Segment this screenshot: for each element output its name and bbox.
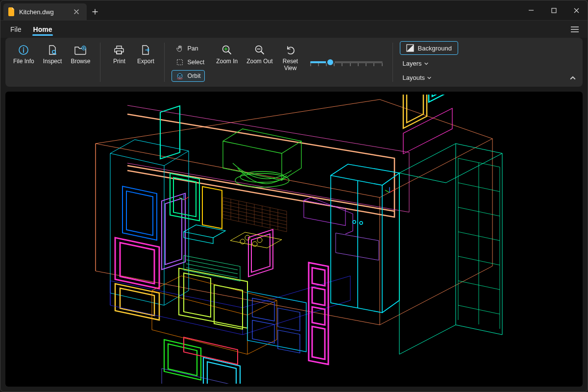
- file-magnify-icon: [46, 44, 59, 56]
- export-button[interactable]: Export: [134, 42, 157, 67]
- svg-rect-26: [251, 234, 270, 272]
- svg-rect-14: [115, 238, 159, 289]
- cad-wireframe-drawing: [37, 95, 551, 384]
- svg-rect-15: [120, 243, 154, 284]
- svg-point-52: [353, 220, 356, 223]
- select-button[interactable]: Select: [172, 56, 208, 68]
- menu-file[interactable]: File: [4, 21, 27, 38]
- layers-dropdown[interactable]: Layers: [400, 58, 432, 69]
- close-icon: [74, 9, 79, 14]
- separator: [100, 43, 100, 82]
- browse-button[interactable]: Browse: [68, 42, 93, 67]
- overflow-menu-button[interactable]: [566, 21, 584, 38]
- svg-point-53: [360, 221, 363, 224]
- ribbon-group-file: File Info Inspect Browse: [10, 42, 93, 83]
- collapse-ribbon-button[interactable]: [568, 73, 578, 83]
- new-tab-button[interactable]: [87, 3, 103, 20]
- layouts-dropdown[interactable]: Layouts: [400, 72, 435, 83]
- svg-rect-13: [160, 106, 180, 159]
- folder-plus-icon: [74, 44, 87, 56]
- file-export-icon: [139, 44, 152, 56]
- info-circle-icon: [17, 44, 30, 56]
- layouts-label: Layouts: [403, 74, 425, 81]
- print-button[interactable]: Print: [107, 42, 131, 67]
- svg-rect-44: [252, 320, 274, 343]
- reset-view-button[interactable]: Reset View: [279, 42, 302, 74]
- contrast-square-icon: [406, 44, 414, 52]
- ribbon-group-zoom: Zoom In Zoom Out Reset View: [213, 42, 302, 83]
- svg-rect-20: [164, 340, 201, 380]
- svg-rect-0: [552, 8, 556, 13]
- reset-view-label: Reset View: [283, 58, 298, 72]
- hand-icon: [175, 44, 184, 53]
- chevron-down-icon: [427, 75, 432, 80]
- plus-icon: [92, 9, 98, 15]
- layers-label: Layers: [403, 60, 422, 67]
- svg-rect-11: [122, 186, 157, 240]
- inspect-button[interactable]: Inspect: [40, 42, 65, 67]
- menu-bar: File Home: [0, 20, 588, 38]
- menu-home[interactable]: Home: [27, 21, 58, 38]
- app-window: Kitchen.dwg File Home: [0, 0, 588, 392]
- zoom-in-button[interactable]: Zoom In: [213, 42, 241, 67]
- svg-point-35: [257, 238, 262, 243]
- pan-button[interactable]: Pan: [172, 43, 202, 54]
- svg-rect-43: [278, 308, 300, 331]
- svg-rect-54: [336, 233, 379, 261]
- zoom-out-icon: [253, 44, 266, 56]
- svg-rect-22: [203, 357, 240, 384]
- pan-label: Pan: [187, 45, 198, 52]
- print-label: Print: [113, 58, 125, 65]
- svg-rect-24: [184, 337, 238, 364]
- tab-close-button[interactable]: [72, 7, 81, 16]
- title-bar: Kitchen.dwg: [0, 0, 588, 20]
- file-icon: [8, 7, 15, 16]
- svg-rect-48: [312, 287, 325, 305]
- export-label: Export: [137, 58, 154, 65]
- svg-rect-28: [179, 268, 247, 328]
- svg-rect-51: [304, 200, 345, 226]
- zoom-in-label: Zoom In: [216, 58, 238, 65]
- close-icon: [574, 8, 579, 13]
- zoom-out-button[interactable]: Zoom Out: [244, 42, 275, 67]
- svg-point-2: [23, 48, 24, 49]
- document-tab[interactable]: Kitchen.dwg: [3, 3, 87, 20]
- minimize-icon: [528, 7, 534, 13]
- ribbon-group-nav-modes: Pan Select Orbit: [172, 42, 208, 83]
- svg-rect-45: [278, 330, 300, 353]
- window-controls: [520, 0, 588, 20]
- title-drag-region[interactable]: [103, 0, 520, 20]
- svg-rect-47: [312, 268, 325, 286]
- printer-icon: [113, 44, 125, 56]
- background-label: Background: [418, 45, 452, 52]
- svg-rect-40: [202, 187, 222, 229]
- zoom-in-icon: [220, 44, 233, 56]
- menu-home-label: Home: [33, 25, 52, 33]
- background-toggle[interactable]: Background: [400, 41, 458, 55]
- selection-icon: [175, 58, 184, 67]
- svg-rect-50: [312, 326, 325, 359]
- svg-rect-58: [407, 95, 423, 122]
- zoom-slider[interactable]: [307, 61, 386, 63]
- close-window-button[interactable]: [565, 0, 588, 20]
- svg-rect-63: [403, 108, 452, 154]
- browse-label: Browse: [71, 58, 90, 65]
- separator: [392, 43, 393, 82]
- svg-rect-12: [126, 191, 153, 235]
- minimize-button[interactable]: [520, 0, 542, 20]
- select-label: Select: [187, 59, 204, 66]
- orbit-button[interactable]: Orbit: [172, 70, 204, 82]
- menu-icon: [571, 26, 579, 32]
- maximize-icon: [551, 8, 557, 13]
- svg-rect-6: [177, 60, 183, 65]
- ribbon-group-output: Print Export: [107, 42, 157, 83]
- tab-title: Kitchen.dwg: [19, 8, 54, 16]
- svg-rect-29: [184, 273, 211, 317]
- cad-viewport[interactable]: [5, 92, 583, 387]
- zoom-out-label: Zoom Out: [246, 58, 272, 65]
- maximize-button[interactable]: [542, 0, 565, 20]
- chevron-up-icon: [569, 74, 576, 81]
- menu-file-label: File: [10, 25, 22, 33]
- file-info-button[interactable]: File Info: [10, 42, 37, 67]
- undo-icon: [284, 44, 297, 56]
